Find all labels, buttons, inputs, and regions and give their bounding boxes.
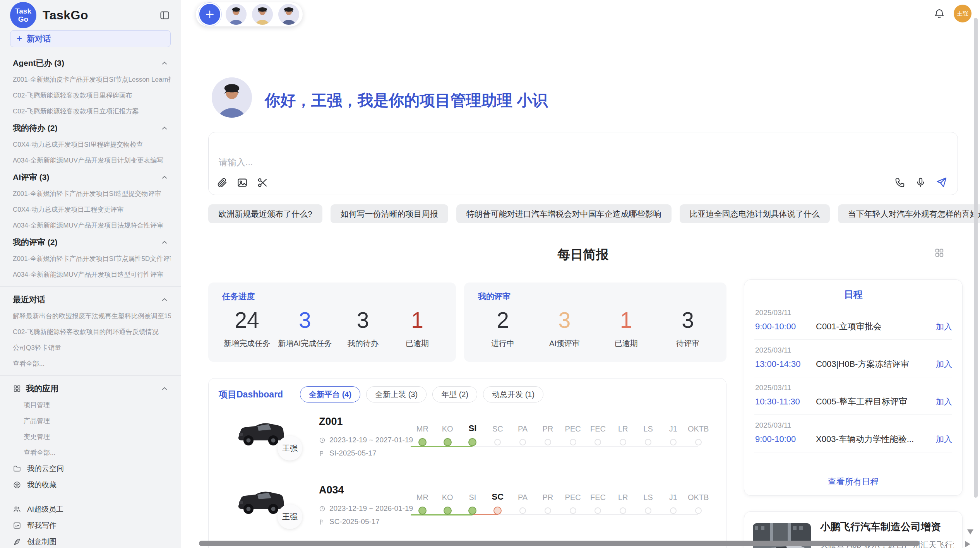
sidebar-app-item[interactable]: 项目管理 bbox=[10, 397, 171, 413]
chevron-up-icon[interactable] bbox=[161, 124, 168, 132]
sidebar-app-item[interactable]: 查看全部... bbox=[10, 445, 171, 461]
filter-chip[interactable]: 年型 (2) bbox=[432, 386, 477, 402]
milestone-dot-pend[interactable] bbox=[670, 439, 677, 445]
sidebar-link-star[interactable]: 我的收藏 bbox=[10, 477, 171, 493]
flag-icon bbox=[319, 450, 326, 457]
milestone-dot-pend[interactable] bbox=[620, 507, 626, 514]
milestone-dot-pend[interactable] bbox=[570, 439, 576, 445]
event-row: 9:00-10:00X003-车辆动力学性能验...加入 bbox=[755, 433, 952, 445]
attachment-icon[interactable] bbox=[216, 177, 228, 188]
microphone-icon[interactable] bbox=[915, 177, 926, 188]
sidebar-recent-item[interactable]: C02-飞腾新能源轻客改款项目的闭环通告反馈情况 bbox=[10, 324, 171, 340]
bell-icon[interactable] bbox=[934, 8, 945, 19]
pen-icon bbox=[13, 538, 21, 546]
milestone-dot-pend[interactable] bbox=[545, 507, 551, 514]
milestone-dot-pend[interactable] bbox=[494, 439, 501, 445]
add-agent-button[interactable] bbox=[199, 4, 220, 25]
filter-chip-active[interactable]: 全新平台 (4) bbox=[300, 386, 360, 402]
filter-chip[interactable]: 全新上装 (3) bbox=[366, 386, 427, 402]
milestone-dot-pend[interactable] bbox=[645, 439, 651, 445]
agent-avatar-3[interactable] bbox=[278, 4, 299, 25]
sidebar-link-folder[interactable]: 我的云空间 bbox=[10, 461, 171, 477]
milestone-dot-done[interactable] bbox=[444, 507, 452, 515]
milestone-dot-pend[interactable] bbox=[570, 507, 576, 514]
milestone-dot-pend[interactable] bbox=[620, 439, 626, 445]
scissors-icon[interactable] bbox=[257, 177, 268, 188]
join-button[interactable]: 加入 bbox=[936, 359, 952, 370]
sidebar-app-item[interactable]: 变更管理 bbox=[10, 429, 171, 445]
scroll-right-arrow-icon[interactable] bbox=[965, 541, 970, 547]
view-all-schedule-link[interactable]: 查看所有日程 bbox=[754, 469, 952, 495]
sidebar-app-item[interactable]: 产品管理 bbox=[10, 413, 171, 429]
chevron-up-icon[interactable] bbox=[161, 296, 168, 303]
phone-icon[interactable] bbox=[894, 177, 906, 188]
sidebar-task-item[interactable]: C02-飞腾新能源轻客改款项目里程碑画布 bbox=[10, 87, 171, 103]
chevron-up-icon[interactable] bbox=[161, 238, 168, 246]
suggestion-chip[interactable]: 如何写一份清晰的项目周报 bbox=[331, 204, 448, 223]
chevron-up-icon[interactable] bbox=[161, 385, 168, 392]
horizontal-scrollbar[interactable] bbox=[199, 541, 920, 546]
sidebar-task-item[interactable]: C02-飞腾新能源轻客改款项目立项汇报方案 bbox=[10, 103, 171, 119]
suggestion-chip[interactable]: 欧洲新规最近颁布了什么? bbox=[208, 204, 322, 223]
sidebar-task-item[interactable]: Z001-全新燃油轻卡产品开发项目SI造型提交物评审 bbox=[10, 186, 171, 202]
milestone-ko: KO bbox=[435, 422, 460, 446]
scroll-down-arrow-icon[interactable] bbox=[967, 529, 973, 534]
milestone-dot-due[interactable] bbox=[493, 507, 502, 515]
agent-avatar-1[interactable] bbox=[226, 4, 247, 25]
layout-grid-icon[interactable] bbox=[934, 248, 944, 258]
milestone-label: LS bbox=[643, 490, 653, 502]
milestone-dot-pend[interactable] bbox=[519, 507, 526, 514]
milestone-dot-done[interactable] bbox=[468, 438, 476, 446]
suggestion-chip[interactable]: 当下年轻人对汽车外观有怎样的喜好趋势 bbox=[838, 204, 980, 223]
sidebar-task-item[interactable]: A034-全新新能源MUV产品开发项目计划变更表编写 bbox=[10, 152, 171, 168]
send-icon[interactable] bbox=[935, 176, 947, 188]
agent-avatar-2[interactable] bbox=[252, 4, 273, 25]
event-date: 2025/03/11 bbox=[755, 384, 952, 392]
stat-label: 新增AI完成任务 bbox=[278, 338, 332, 349]
sidebar-collapse-icon[interactable] bbox=[159, 10, 170, 21]
project-row-a034: 王强A0342023-12-19 ~ 2026-01-19SC-2025-05-… bbox=[209, 483, 726, 546]
sidebar-tool-write[interactable]: 帮我写作 bbox=[10, 517, 171, 534]
join-button[interactable]: 加入 bbox=[936, 321, 952, 332]
milestone-dot-pend[interactable] bbox=[595, 507, 601, 514]
suggestion-chip[interactable]: 比亚迪全固态电池计划具体说了什么 bbox=[680, 204, 830, 223]
sidebar-divider bbox=[0, 497, 181, 497]
milestone-dot-pend[interactable] bbox=[595, 439, 601, 445]
sidebar-task-item[interactable]: C0X4-动力总成开发项目工程变更评审 bbox=[10, 202, 171, 217]
sidebar-recent-item[interactable]: 公司Q3轻卡销量 bbox=[10, 340, 171, 356]
vertical-scrollbar[interactable] bbox=[974, 18, 978, 498]
milestone-pa: PA bbox=[510, 490, 535, 515]
sidebar-task-item[interactable]: Z001-全新燃油皮卡产品开发项目SI节点Lesson Learn报告 bbox=[10, 72, 171, 87]
milestone-dot-pend[interactable] bbox=[695, 507, 702, 514]
milestone-dot-pend[interactable] bbox=[695, 439, 702, 445]
sidebar-recent-item[interactable]: 查看全部... bbox=[10, 356, 171, 372]
user-avatar[interactable]: 王强 bbox=[954, 5, 971, 22]
sidebar-tool-users[interactable]: AI超级员工 bbox=[10, 501, 171, 517]
chevron-up-icon[interactable] bbox=[161, 59, 168, 67]
image-icon[interactable] bbox=[236, 177, 248, 188]
suggestion-chip[interactable]: 特朗普可能对进口汽车增税会对中国车企造成哪些影响 bbox=[456, 204, 672, 223]
chevron-up-icon[interactable] bbox=[161, 173, 168, 181]
milestone-dot-done[interactable] bbox=[418, 438, 427, 446]
sidebar-task-item[interactable]: Z001-全新燃油轻卡产品开发项目SI节点属性5D文件评审 bbox=[10, 251, 171, 267]
chat-input-card[interactable]: 请输入... bbox=[208, 132, 958, 195]
milestone-dot-pend[interactable] bbox=[519, 439, 526, 445]
join-button[interactable]: 加入 bbox=[936, 396, 952, 407]
milestone-dot-pend[interactable] bbox=[645, 507, 651, 514]
milestone-dot-done[interactable] bbox=[444, 438, 452, 446]
new-chat-button[interactable]: + 新对话 bbox=[10, 30, 171, 47]
sidebar-task-item[interactable]: A034-全新新能源MUV产品开发项目造型可行性评审 bbox=[10, 267, 171, 283]
join-button[interactable]: 加入 bbox=[936, 434, 952, 445]
filter-chip[interactable]: 动总开发 (1) bbox=[483, 386, 543, 402]
card-title: 任务进度 bbox=[222, 291, 442, 302]
sidebar-tool-pen[interactable]: 创意制图 bbox=[10, 534, 171, 548]
sidebar-recent-item[interactable]: 解释最新出台的欧盟报废车法规再生塑料比例被调至15%... bbox=[10, 308, 171, 324]
milestone-dot-done[interactable] bbox=[418, 507, 427, 515]
milestone-dot-pend[interactable] bbox=[545, 439, 551, 445]
milestone-dot-done[interactable] bbox=[468, 507, 476, 515]
sidebar-task-item[interactable]: A034-全新新能源MUV产品开发项目法规符合性评审 bbox=[10, 217, 171, 233]
milestone-dot-pend[interactable] bbox=[670, 507, 677, 514]
section-title-text: 我的应用 bbox=[26, 383, 58, 394]
sidebar-link-label: 我的云空间 bbox=[27, 464, 64, 474]
sidebar-task-item[interactable]: C0X4-动力总成开发项目SI里程碑提交物检查 bbox=[10, 137, 171, 152]
